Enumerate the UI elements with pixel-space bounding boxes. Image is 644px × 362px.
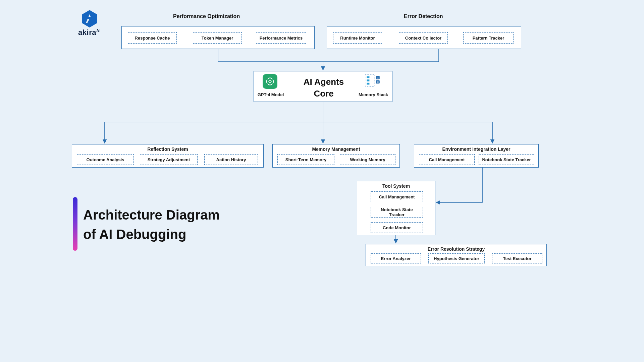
runtime-monitor-box: Runtime Monitor bbox=[333, 32, 382, 44]
reflection-title: Reflection System bbox=[72, 144, 263, 152]
tool-call-management-box: Call Management bbox=[371, 191, 423, 202]
page-title-line1: Architecture Diagram bbox=[83, 207, 220, 222]
outcome-analysis-box: Outcome Analysis bbox=[77, 154, 134, 165]
svg-rect-3 bbox=[367, 79, 369, 81]
title-accent-bar bbox=[73, 197, 77, 251]
hypothesis-generator-box: Hypothesis Generator bbox=[428, 253, 485, 263]
tool-system-box: Tool System Call Management Notebook Sta… bbox=[357, 181, 435, 235]
page-title-line2: of AI Debugging bbox=[83, 227, 186, 242]
tool-notebook-state-tracker-box: Notebook State Tracker bbox=[371, 207, 423, 218]
brand-logo-text: akiraAI bbox=[71, 28, 108, 37]
call-management-box: Call Management bbox=[419, 154, 475, 165]
response-cache-box: Response Cache bbox=[128, 32, 177, 44]
gpt4-label: GPT-4 Model bbox=[255, 92, 286, 97]
svg-point-0 bbox=[269, 80, 271, 83]
brand-suffix: AI bbox=[96, 28, 101, 33]
env-title: Environment Integration Layer bbox=[414, 144, 538, 152]
brand-logo-icon bbox=[81, 10, 98, 27]
page-title: Architecture Diagram of AI Debugging bbox=[83, 205, 220, 244]
memory-stack-label: Memory Stack bbox=[357, 92, 390, 97]
token-manager-box: Token Manager bbox=[193, 32, 242, 44]
strategy-adjustment-box: Strategy Adjustment bbox=[140, 154, 198, 165]
reflection-system-box: Reflection System Outcome Analysis Strat… bbox=[72, 144, 264, 168]
brand-logo: akiraAI bbox=[71, 10, 108, 37]
diagram-canvas: akiraAI Performance Optimization Respons… bbox=[64, 0, 580, 290]
svg-rect-1 bbox=[365, 75, 374, 86]
gpt-icon bbox=[263, 74, 277, 89]
memory-management-box: Memory Management Short-Term Memory Work… bbox=[272, 144, 400, 168]
perf-opt-box: Response Cache Token Manager Performance… bbox=[121, 26, 315, 49]
svg-rect-2 bbox=[367, 76, 369, 78]
ai-agents-core-box: GPT-4 Model AI Agents Core Memory Stack bbox=[254, 71, 392, 102]
test-executor-box: Test Executor bbox=[492, 253, 542, 263]
brand-name: akira bbox=[78, 28, 96, 37]
perf-opt-title: Performance Optimization bbox=[173, 13, 240, 19]
action-history-box: Action History bbox=[204, 154, 258, 165]
error-detection-title: Error Detection bbox=[404, 13, 443, 19]
tool-system-title: Tool System bbox=[357, 181, 435, 189]
error-resolution-box: Error Resolution Strategy Error Analyzer… bbox=[366, 244, 547, 266]
env-integration-box: Environment Integration Layer Call Manag… bbox=[414, 144, 539, 168]
memory-mgmt-title: Memory Management bbox=[273, 144, 399, 152]
svg-rect-4 bbox=[367, 83, 369, 85]
error-analyzer-box: Error Analyzer bbox=[371, 253, 421, 263]
svg-rect-5 bbox=[376, 76, 380, 79]
short-term-memory-box: Short-Term Memory bbox=[277, 154, 334, 165]
context-collector-box: Context Collector bbox=[399, 32, 448, 44]
memory-stack-icon bbox=[365, 73, 381, 89]
error-resolution-title: Error Resolution Strategy bbox=[366, 244, 546, 252]
performance-metrics-box: Performance Metrics bbox=[256, 32, 306, 44]
core-title: AI Agents Core bbox=[297, 76, 351, 100]
code-monitor-box: Code Monitor bbox=[371, 222, 423, 233]
pattern-tracker-box: Pattern Tracker bbox=[463, 32, 514, 44]
working-memory-box: Working Memory bbox=[340, 154, 395, 165]
notebook-state-tracker-box: Notebook State Tracker bbox=[479, 154, 534, 165]
openai-knot-icon bbox=[265, 76, 275, 86]
svg-rect-6 bbox=[376, 80, 380, 84]
error-detection-box: Runtime Monitor Context Collector Patter… bbox=[327, 26, 521, 49]
